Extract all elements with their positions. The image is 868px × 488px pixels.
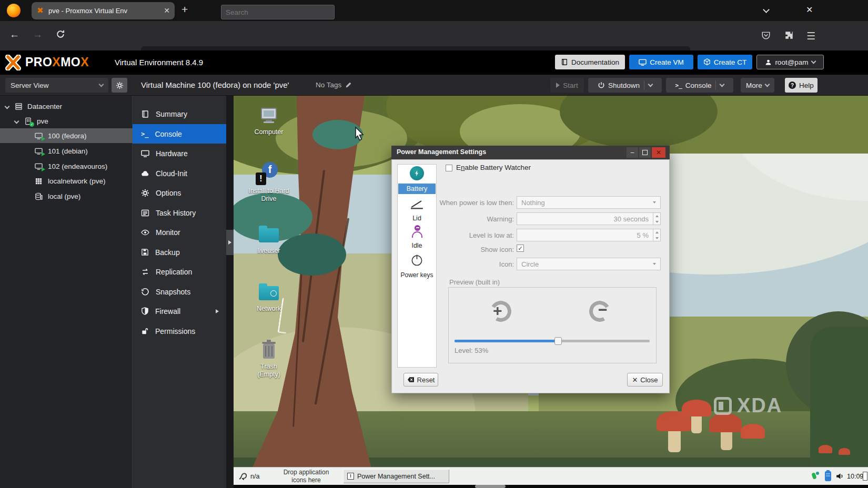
help-button[interactable]: ? Help [785,78,817,93]
expander-icon[interactable] [14,118,19,124]
enable-battery-watcher-label[interactable]: Enable Battery Watcher [456,164,531,171]
expander-icon[interactable] [5,104,10,109]
preview-group-label: Preview (built in) [449,278,500,286]
idle-tab-icon[interactable] [411,225,423,239]
menu-item-task-history[interactable]: Task History [133,203,226,222]
tab-power-keys[interactable]: Power keys [398,271,436,279]
level-low-spinner[interactable]: 5 % [517,229,661,241]
menu-item-snapshots[interactable]: Snapshots [133,282,226,301]
wallpaper-tall-grass [810,327,868,485]
menu-item-cloud-init[interactable]: Cloud-Init [133,164,226,183]
pocket-icon[interactable] [761,30,771,40]
forward-icon[interactable]: → [33,29,43,40]
dialog-minimize-icon[interactable]: – [627,147,638,158]
menu-item-console[interactable]: >_ Console [133,124,226,144]
shutdown-chevron-icon[interactable] [648,82,653,87]
tray-volume-icon[interactable] [835,472,844,481]
horizontal-scrollbar-thumb[interactable] [475,485,506,488]
tab-battery[interactable]: Battery [398,184,436,194]
spinner-arrows[interactable] [653,213,660,225]
new-tab-button[interactable]: + [181,3,188,16]
vm-console-screen[interactable]: XDA Computer f ! Install to Hard Drive l… [234,96,868,485]
menu-item-backup[interactable]: Backup [133,242,226,262]
desktop-icon-install-to-hard-drive[interactable]: f ! Install to Hard Drive [248,161,289,206]
more-button[interactable]: More [741,78,774,93]
power-low-combo[interactable]: Nothing [517,196,661,209]
tree-item-pve[interactable]: ✓ pve [0,114,133,128]
battery-slider-handle[interactable] [554,337,562,345]
search-input[interactable] [221,5,335,19]
tab-lid[interactable]: Lid [398,215,436,222]
desktop-icon-trash[interactable]: Trash (Empty) [249,339,288,373]
network-grid-icon [35,177,43,185]
collapse-arrow-icon [228,240,231,245]
cpu-monitor-label: n/a [250,473,259,480]
menu-item-options[interactable]: Options [133,183,226,202]
tree-item-vm-100[interactable]: 100 (fedora) [0,128,133,143]
spinner-arrows[interactable] [653,229,660,241]
mushroom-cap [839,448,850,455]
battery-tab-icon[interactable] [410,166,424,180]
tree-item-vm-102[interactable]: 102 (endeavouros) [0,159,133,174]
dialog-titlebar[interactable]: Power Management Settings – ✕ [391,146,670,159]
menu-item-firewall[interactable]: Firewall [133,301,226,321]
menu-item-replication[interactable]: Replication [133,262,226,281]
user-menu-button[interactable]: root@pam [756,55,824,69]
power-management-dialog: Power Management Settings – ✕ Enable Bat… [391,146,670,393]
tray-network-icon[interactable] [812,472,820,481]
desktop-icon-computer[interactable]: Computer [249,107,288,140]
tree-item-datacenter[interactable]: Datacenter [0,99,133,114]
taskbar-task-button[interactable]: ! Power Management Sett... [343,469,449,483]
reset-button[interactable]: Reset [403,373,438,387]
dialog-title: Power Management Settings [397,148,486,156]
panel-collapse-handle[interactable] [226,230,234,255]
tree-item-local-storage[interactable]: local (pve) [0,189,133,204]
tab-close-icon[interactable]: ✕ [164,6,170,15]
shutdown-button[interactable]: Shutdown [588,78,662,93]
desktop-icon-liveuser[interactable]: liveuser [249,225,288,257]
create-ct-button[interactable]: Create CT [698,55,752,69]
close-button[interactable]: ✕ Close [627,373,663,387]
tray-battery-icon[interactable] [825,471,831,481]
menu-item-permissions[interactable]: Permissions [133,321,226,341]
console-chevron-icon[interactable] [720,82,725,87]
firefox-icon[interactable] [7,4,21,17]
start-button[interactable]: Start [550,78,584,93]
window-close-icon[interactable]: ✕ [806,5,813,15]
tab-list-chevron-icon[interactable] [763,6,770,13]
menu-item-monitor[interactable]: Monitor [133,222,226,242]
back-icon[interactable]: ← [9,29,19,40]
create-vm-button[interactable]: Create VM [629,55,693,69]
cpu-monitor-icon[interactable] [238,471,248,481]
dialog-maximize-icon[interactable] [639,147,651,158]
lid-tab-icon[interactable] [409,199,424,211]
extensions-puzzle-icon[interactable] [784,30,794,40]
tree-item-vm-101[interactable]: 101 (debian) [0,144,133,158]
tree-settings-button[interactable] [112,78,127,93]
desktop-icon-network[interactable]: Network [249,283,288,314]
edit-tags-pencil-icon[interactable] [345,82,352,88]
battery-level-slider[interactable] [455,340,650,342]
terminal-icon: >_ [675,82,682,89]
enable-battery-watcher-checkbox[interactable] [446,165,452,171]
show-desktop-button[interactable] [863,472,867,481]
menu-item-hardware[interactable]: Hardware [133,144,226,163]
dialog-close-icon[interactable]: ✕ [652,147,665,158]
task-window-icon: ! [347,473,354,480]
node-icon: ✓ [24,117,32,125]
browser-tab[interactable]: ✖ pve - Proxmox Virtual Env ✕ [32,2,175,19]
tags[interactable]: No Tags [316,81,352,89]
documentation-button[interactable]: Documentation [555,55,625,69]
power-keys-tab-icon[interactable] [410,253,423,267]
icon-combo[interactable]: Circle [517,258,661,270]
warning-spinner[interactable]: 30 seconds [517,212,661,225]
console-button[interactable]: >_ Console [666,78,733,93]
tab-idle[interactable]: Idle [398,242,436,249]
datacenter-icon [15,103,23,110]
view-selector[interactable]: Server View [5,78,108,93]
tree-item-localnetwork[interactable]: localnetwork (pve) [0,174,133,188]
menu-hamburger-icon[interactable]: ☰ [806,30,815,42]
show-icon-checkbox[interactable]: ✓ [517,245,524,252]
menu-item-summary[interactable]: Summary [133,104,226,124]
reload-icon[interactable] [56,29,65,39]
